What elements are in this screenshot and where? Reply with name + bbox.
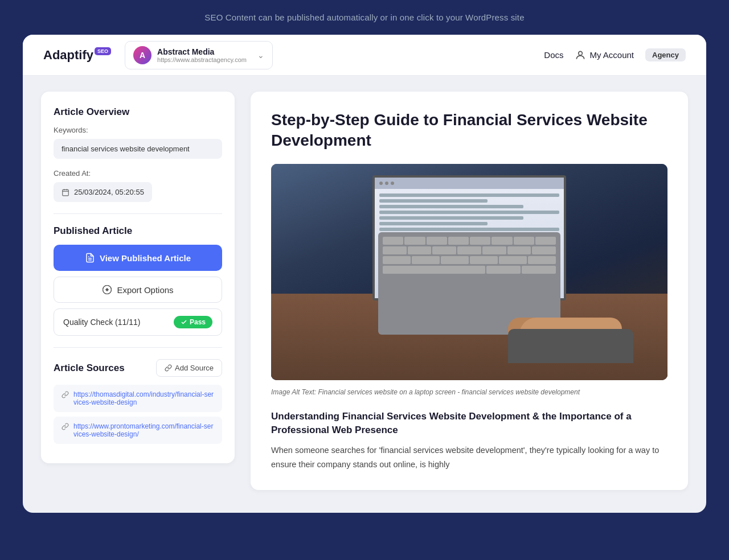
top-banner: SEO Content can be published automatical… bbox=[0, 0, 729, 35]
key bbox=[448, 237, 469, 245]
account-name: Abstract Media bbox=[157, 47, 252, 56]
laptop-scene bbox=[271, 164, 667, 380]
account-avatar: A bbox=[133, 46, 151, 64]
key bbox=[492, 237, 512, 245]
logo-area: Adaptify SEO bbox=[43, 48, 111, 63]
source-item-1[interactable]: https://thomasdigital.com/industry/finan… bbox=[54, 385, 222, 412]
banner-text: SEO Content can be published automatical… bbox=[204, 13, 524, 22]
key bbox=[528, 256, 556, 264]
chevron-down-icon: ⌄ bbox=[257, 51, 264, 60]
logo-badge: SEO bbox=[95, 47, 111, 55]
sources-header: Article Sources Add Source bbox=[54, 359, 222, 377]
key bbox=[383, 246, 407, 254]
view-published-button[interactable]: View Published Article bbox=[54, 245, 222, 271]
key bbox=[383, 256, 411, 264]
keyboard-row-3 bbox=[383, 256, 556, 264]
add-source-label: Add Source bbox=[175, 364, 214, 372]
dot1 bbox=[379, 182, 383, 185]
my-account-button[interactable]: My Account bbox=[575, 50, 634, 61]
docs-link[interactable]: Docs bbox=[544, 50, 563, 60]
account-circle-icon bbox=[575, 50, 586, 61]
article-sources-title: Article Sources bbox=[54, 363, 125, 374]
key bbox=[535, 237, 556, 245]
created-at-value: 25/03/2024, 05:20:55 bbox=[54, 182, 152, 202]
right-panel: Step-by-Step Guide to Financial Services… bbox=[251, 92, 688, 490]
key bbox=[470, 237, 490, 245]
account-url: https://www.abstractagency.com bbox=[157, 56, 252, 63]
hands-overlay bbox=[508, 295, 622, 363]
key bbox=[404, 237, 425, 245]
keyboard-row-4 bbox=[383, 266, 556, 274]
key bbox=[514, 237, 534, 245]
left-panel: Article Overview Keywords: financial ser… bbox=[41, 92, 235, 463]
key bbox=[432, 246, 456, 254]
account-info: Abstract Media https://www.abstractagenc… bbox=[157, 47, 252, 63]
header: Adaptify SEO A Abstract Media https://ww… bbox=[23, 35, 706, 76]
quality-check-row: Quality Check (11/11) Pass bbox=[54, 308, 222, 336]
dot2 bbox=[385, 182, 388, 185]
article-title: Step-by-Step Guide to Financial Services… bbox=[271, 110, 667, 151]
main-content: Article Overview Keywords: financial ser… bbox=[23, 76, 706, 506]
export-options-label: Export Options bbox=[117, 285, 173, 295]
export-options-button[interactable]: Export Options bbox=[54, 277, 222, 303]
screen-line-1 bbox=[379, 193, 559, 197]
dot3 bbox=[391, 182, 394, 185]
key bbox=[532, 246, 556, 254]
view-published-label: View Published Article bbox=[100, 253, 191, 263]
screen-lines bbox=[375, 189, 564, 236]
svg-point-0 bbox=[579, 51, 583, 55]
screen-line-7 bbox=[379, 228, 559, 231]
article-overview-title: Article Overview bbox=[54, 106, 222, 118]
key bbox=[383, 237, 403, 245]
screen-line-5 bbox=[379, 216, 523, 220]
quality-check-label: Quality Check (11/11) bbox=[63, 318, 140, 327]
svg-point-10 bbox=[106, 289, 109, 291]
sleeve bbox=[508, 329, 633, 363]
image-caption: Image Alt Text: Financial services websi… bbox=[271, 387, 667, 397]
agency-badge[interactable]: Agency bbox=[645, 48, 686, 61]
export-icon bbox=[102, 285, 112, 295]
key bbox=[408, 246, 432, 254]
screen-line-4 bbox=[379, 211, 559, 214]
keywords-value: financial services website development bbox=[54, 139, 222, 159]
my-account-label: My Account bbox=[589, 50, 634, 60]
created-at-text: 25/03/2024, 05:20:55 bbox=[74, 188, 144, 196]
screen-line-6 bbox=[379, 222, 488, 225]
article-body: When someone searches for 'financial ser… bbox=[271, 443, 667, 471]
divider-1 bbox=[54, 213, 222, 214]
article-image bbox=[271, 164, 667, 380]
key bbox=[470, 256, 498, 264]
pass-label: Pass bbox=[190, 318, 206, 326]
key bbox=[412, 256, 440, 264]
calendar-icon bbox=[62, 188, 69, 196]
add-source-button[interactable]: Add Source bbox=[156, 359, 222, 377]
key bbox=[427, 237, 447, 245]
screen-line-3 bbox=[379, 205, 523, 208]
svg-rect-1 bbox=[63, 190, 69, 196]
account-selector[interactable]: A Abstract Media https://www.abstractage… bbox=[125, 41, 273, 69]
logo-text: Adaptify bbox=[43, 48, 93, 63]
article-section-title: Understanding Financial Services Website… bbox=[271, 410, 667, 437]
key bbox=[499, 256, 527, 264]
spacebar bbox=[383, 266, 485, 274]
created-at-label: Created At: bbox=[54, 169, 222, 178]
keyboard-row-2 bbox=[383, 246, 556, 254]
pass-badge: Pass bbox=[174, 316, 212, 328]
checkmark-icon bbox=[181, 319, 187, 326]
source-item-2[interactable]: https://www.prontomarketing.com/financia… bbox=[54, 417, 222, 444]
screen-bar bbox=[375, 178, 564, 189]
source-url-1: https://thomasdigital.com/industry/finan… bbox=[73, 390, 214, 406]
key bbox=[482, 246, 506, 254]
key bbox=[457, 246, 481, 254]
keywords-label: Keywords: bbox=[54, 126, 222, 134]
document-icon bbox=[85, 253, 95, 263]
divider-2 bbox=[54, 347, 222, 348]
source-url-2: https://www.prontomarketing.com/financia… bbox=[73, 422, 214, 438]
link-icon-source2 bbox=[62, 423, 69, 430]
key bbox=[507, 246, 531, 254]
key bbox=[486, 266, 521, 274]
link-icon-source1 bbox=[62, 391, 69, 398]
app-wrapper: Adaptify SEO A Abstract Media https://ww… bbox=[23, 35, 706, 513]
header-right: Docs My Account Agency bbox=[544, 48, 686, 61]
key bbox=[522, 266, 556, 274]
